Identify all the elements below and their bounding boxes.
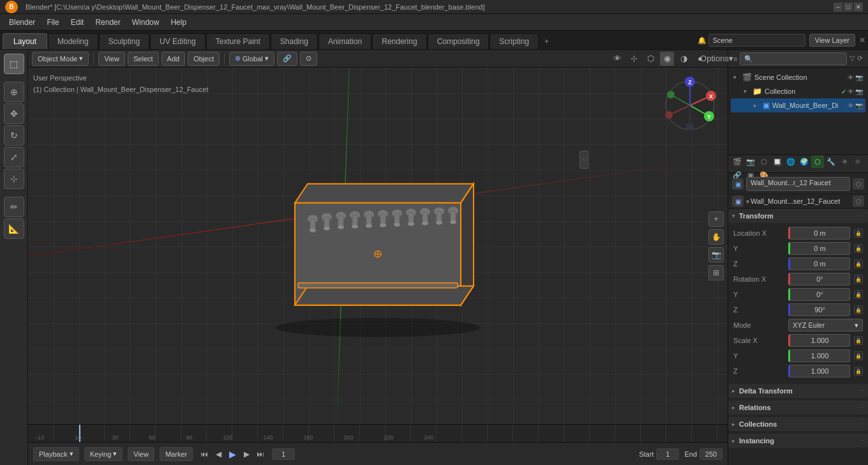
rotation-x-lock[interactable]: 🔒 (854, 275, 863, 284)
play-button[interactable]: ▶ (226, 448, 239, 461)
playback-button[interactable]: Playback ▾ (33, 447, 79, 461)
tab-shading[interactable]: Shading (271, 33, 318, 49)
menu-file[interactable]: File (41, 16, 64, 29)
prop-icon-modifier[interactable]: 🔧 (825, 155, 837, 168)
skip-end-button[interactable]: ⏭ (254, 448, 267, 461)
view-button[interactable]: View (128, 447, 154, 461)
tool-cursor[interactable]: ⊕ (4, 82, 24, 102)
location-z-lock[interactable]: 🔒 (854, 259, 863, 268)
rotation-z[interactable]: 90° (788, 303, 850, 316)
menu-help[interactable]: Help (165, 16, 191, 29)
scale-x[interactable]: 1.000 (788, 334, 850, 347)
scale-z[interactable]: 1.000 (788, 365, 850, 377)
mode-dropdown[interactable]: XYZ Euler ▾ (788, 319, 863, 332)
timeline-scrubber[interactable]: −10 10 30 60 90 120 140 160 200 220 240 (28, 424, 728, 442)
tab-modeling[interactable]: Modeling (48, 33, 98, 49)
viewport-shading-wire[interactable]: ⬡ (643, 52, 657, 66)
end-value[interactable]: 250 (700, 448, 722, 460)
current-frame[interactable]: 1 (272, 448, 295, 460)
relations-options[interactable]: ⋯ (858, 404, 864, 411)
keying-button[interactable]: Keying ▾ (84, 447, 123, 461)
snap-button[interactable]: 🔗 (277, 52, 297, 66)
tab-texture-paint[interactable]: Texture Paint (206, 33, 270, 49)
start-value[interactable]: 1 (656, 448, 679, 460)
maximize-button[interactable]: □ (844, 3, 853, 11)
vr-grid[interactable]: ⊞ (708, 265, 724, 280)
vr-zoom-in[interactable]: + (708, 211, 724, 227)
marker-button[interactable]: Marker (160, 447, 193, 461)
col-vis-check[interactable]: ✓ (841, 88, 846, 95)
viewport-canvas[interactable]: User Perspective (1) Collection | Wall_M… (28, 68, 728, 424)
obj-name-field[interactable]: Wall_Mount...r_12 Faucet (746, 177, 850, 191)
panel-collapse-button[interactable]: ‹ (580, 151, 588, 169)
obj-vis-render[interactable]: 📷 (855, 102, 863, 109)
obj-link-icon[interactable]: ⬡ (853, 178, 864, 190)
obj-vis-eye[interactable]: 👁 (848, 102, 854, 109)
viewport-overlay-button[interactable]: 👁 (610, 52, 624, 66)
tool-transform[interactable]: ⊹ (4, 169, 24, 189)
tool-annotate[interactable]: ✏ (4, 197, 24, 217)
viewport-shading-material[interactable]: ◑ (677, 52, 691, 66)
rotation-z-lock[interactable]: 🔒 (854, 305, 863, 314)
object-item[interactable]: ▸ ▣ Wall_Mount_Beer_Di 👁 📷 (731, 98, 865, 112)
select-menu-button[interactable]: Select (128, 52, 159, 66)
prop-icon-scene2[interactable]: 🌐 (784, 155, 797, 168)
viewport-options-button[interactable]: Options ▾ (710, 52, 724, 66)
scale-x-lock[interactable]: 🔒 (854, 336, 863, 345)
collections-options[interactable]: ⋯ (858, 421, 864, 427)
skip-start-button[interactable]: ⏮ (198, 448, 211, 461)
transform-options[interactable]: ⋯ (858, 213, 864, 219)
scene-input[interactable] (708, 34, 805, 47)
prop-icon-particles[interactable]: ✳ (838, 155, 851, 168)
scale-y-lock[interactable]: 🔒 (854, 351, 863, 360)
outliner-filter-icon[interactable]: ▽ (849, 54, 855, 63)
delta-transform-header[interactable]: ▸ Delta Transform ⋯ (728, 384, 868, 398)
minimize-button[interactable]: – (834, 3, 842, 11)
tab-animation[interactable]: Animation (318, 33, 371, 49)
prev-frame-button[interactable]: ◀ (212, 448, 225, 461)
prop-icon-physics[interactable]: ⚛ (851, 155, 864, 168)
tool-rotate[interactable]: ↻ (4, 125, 24, 146)
tab-layout[interactable]: Layout (3, 33, 47, 49)
menu-blender[interactable]: Blender (4, 16, 40, 29)
prop-icon-scene[interactable]: 🎬 (731, 155, 744, 168)
vr-camera[interactable]: 📷 (708, 247, 724, 263)
prop-icon-object[interactable]: ⬡ (811, 155, 824, 168)
add-menu-button[interactable]: Add (161, 52, 186, 66)
viewport-gizmo-button[interactable]: ⊹ (627, 52, 641, 66)
location-y[interactable]: 0 m (788, 242, 850, 255)
collection-item[interactable]: ▾ 📁 Collection ✓ 👁 📷 (731, 84, 865, 98)
prop-icon-view-layer[interactable]: 🔲 (771, 155, 784, 168)
menu-window[interactable]: Window (127, 16, 165, 29)
tool-measure[interactable]: 📐 (4, 218, 24, 239)
col-vis-eye[interactable]: 👁 (848, 88, 854, 95)
rotation-y[interactable]: 0° (788, 288, 850, 301)
view-menu-button[interactable]: View (98, 52, 125, 66)
tab-add-button[interactable]: + (539, 34, 554, 49)
menu-render[interactable]: Render (90, 16, 125, 29)
viewport-shading-solid[interactable]: ◉ (660, 52, 674, 66)
location-x-lock[interactable]: 🔒 (854, 229, 863, 238)
tab-uv-editing[interactable]: UV Editing (150, 33, 206, 49)
close-button[interactable]: ✕ (854, 3, 863, 11)
tab-rendering[interactable]: Rendering (372, 33, 426, 49)
data-name-dropdown[interactable]: ▾ Wall_Mount...ser_12_Faucet (746, 197, 850, 205)
location-y-lock[interactable]: 🔒 (854, 244, 863, 253)
scene-collection-item[interactable]: ▾ 🎬 Scene Collection 👁 📷 (731, 70, 865, 84)
collections-header[interactable]: ▸ Collections ⋯ (728, 417, 868, 431)
location-z[interactable]: 0 m (788, 257, 850, 270)
proportional-edit-button[interactable]: ⊙ (300, 52, 317, 66)
prop-icon-render[interactable]: 📷 (744, 155, 757, 168)
vr-grab[interactable]: ✋ (708, 229, 724, 245)
scale-z-lock[interactable]: 🔒 (854, 367, 863, 376)
tool-move[interactable]: ✥ (4, 103, 24, 124)
prop-icon-world[interactable]: 🌍 (798, 155, 811, 168)
relations-header[interactable]: ▸ Relations ⋯ (728, 400, 868, 415)
workspace-icon-close[interactable]: ✕ (859, 36, 865, 45)
rotation-x[interactable]: 0° (788, 273, 850, 286)
tab-scripting[interactable]: Scripting (490, 33, 539, 49)
delta-options[interactable]: ⋯ (858, 388, 864, 394)
instancing-options[interactable]: ⋯ (858, 438, 864, 444)
outliner-search[interactable] (740, 52, 847, 65)
object-menu-button[interactable]: Object (188, 52, 220, 66)
